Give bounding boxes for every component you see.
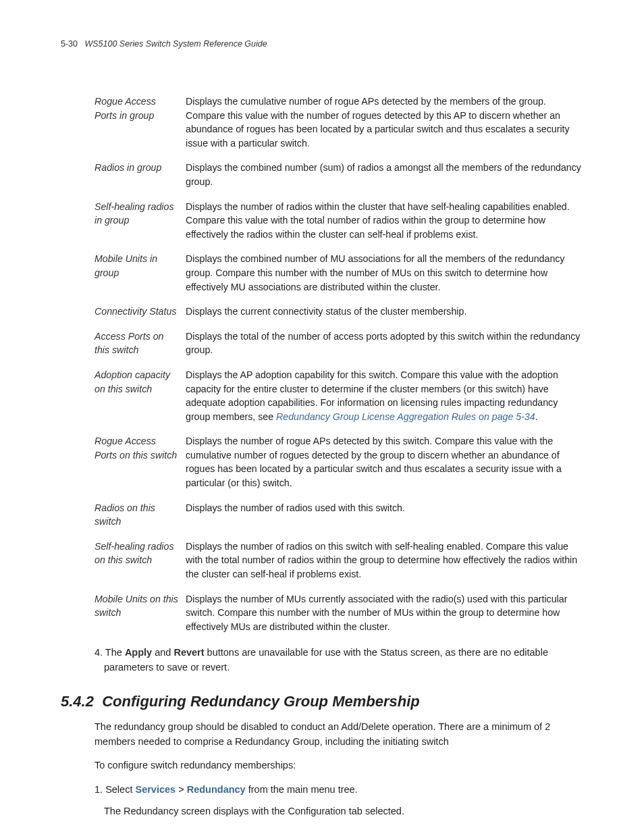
definition-row: Access Ports on this switch Displays the… xyxy=(95,330,583,357)
apply-label: Apply xyxy=(125,647,152,658)
page-number: 5-30 xyxy=(61,39,78,49)
definition-description: Displays the AP adoption capability for … xyxy=(186,368,583,423)
paragraph: The redundancy group should be disabled … xyxy=(95,720,583,750)
step-sub-text: The Redundancy screen displays with the … xyxy=(104,804,583,819)
numbered-note: 4. The Apply and Revert buttons are unav… xyxy=(104,646,583,675)
definition-description: Displays the number of radios used with … xyxy=(186,501,583,529)
definition-term: Rogue Access Ports on this switch xyxy=(95,434,186,490)
cross-reference-link[interactable]: Redundancy Group License Aggregation Rul… xyxy=(276,411,535,422)
definition-row: Mobile Units in group Displays the combi… xyxy=(95,252,583,294)
menu-path-item: Services xyxy=(135,784,176,795)
definition-description: Displays the number of radios on this sw… xyxy=(186,540,583,581)
definition-row: Self-healing radios on this switch Displ… xyxy=(95,540,583,581)
definition-description: Displays the combined number (sum) of ra… xyxy=(186,161,583,188)
definition-term: Radios in group xyxy=(95,161,186,188)
definition-row: Connectivity Status Displays the current… xyxy=(95,305,583,319)
definition-term: Radios on this switch xyxy=(95,501,186,529)
definition-term: Access Ports on this switch xyxy=(95,330,186,357)
definition-description: Displays the number of radios within the… xyxy=(186,200,583,242)
definition-description: Displays the number of MUs currently ass… xyxy=(186,592,583,634)
definition-row: Adoption capacity on this switch Display… xyxy=(95,368,583,423)
definition-term: Mobile Units on this switch xyxy=(95,592,186,634)
paragraph: To configure switch redundancy membershi… xyxy=(95,758,583,773)
definition-term: Mobile Units in group xyxy=(95,252,186,294)
definition-description: Displays the total of the number of acce… xyxy=(186,330,583,357)
definition-row: Mobile Units on this switch Displays the… xyxy=(95,592,583,634)
definition-term: Adoption capacity on this switch xyxy=(95,368,186,423)
revert-label: Revert xyxy=(173,647,204,658)
definition-row: Radios on this switch Displays the numbe… xyxy=(95,501,583,529)
definition-description: Displays the number of rogue APs detecte… xyxy=(186,434,583,490)
definition-term: Self-healing radios in group xyxy=(95,200,186,242)
document-title: WS5100 Series Switch System Reference Gu… xyxy=(84,39,267,49)
definition-description: Displays the current connectivity status… xyxy=(186,305,583,319)
definition-description: Displays the combined number of MU assoc… xyxy=(186,252,583,294)
definition-row: Radios in group Displays the combined nu… xyxy=(95,161,583,188)
definition-row: Self-healing radios in group Displays th… xyxy=(95,200,583,242)
section-heading: 5.4.2 Configuring Redundancy Group Membe… xyxy=(61,693,583,710)
definition-row: Rogue Access Ports on this switch Displa… xyxy=(95,434,583,490)
definition-term: Rogue Access Ports in group xyxy=(95,95,186,150)
page-header: 5-30 WS5100 Series Switch System Referen… xyxy=(61,39,583,49)
menu-path-item: Redundancy xyxy=(187,784,246,795)
definition-table: Rogue Access Ports in group Displays the… xyxy=(95,95,583,633)
definition-description: Displays the cumulative number of rogue … xyxy=(186,95,583,150)
definition-term: Connectivity Status xyxy=(95,305,186,319)
step-item: 1. Select Services > Redundancy from the… xyxy=(104,783,583,798)
definition-term: Self-healing radios on this switch xyxy=(95,540,186,581)
definition-row: Rogue Access Ports in group Displays the… xyxy=(95,95,583,150)
